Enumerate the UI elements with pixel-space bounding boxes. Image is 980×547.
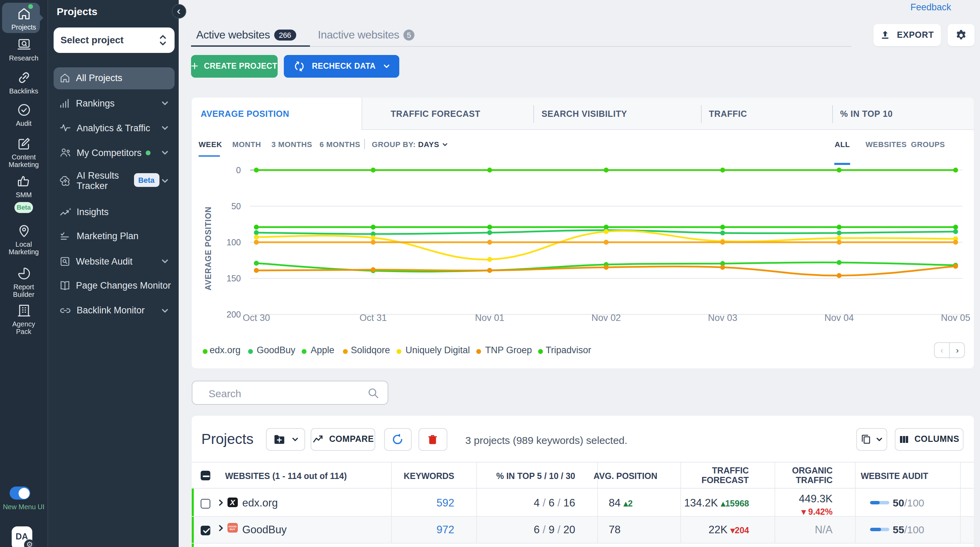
svg-text:Oct 31: Oct 31 xyxy=(359,312,387,323)
svg-text:150: 150 xyxy=(226,273,240,283)
svg-text:Nov 03: Nov 03 xyxy=(708,312,737,323)
svg-text:200: 200 xyxy=(226,309,240,319)
svg-text:GOOD: GOOD xyxy=(229,525,237,528)
svg-text:Nov 02: Nov 02 xyxy=(591,312,620,323)
svg-text:Nov 05: Nov 05 xyxy=(940,312,970,323)
svg-text:AVERAGE POSITION: AVERAGE POSITION xyxy=(204,206,212,290)
svg-text:0: 0 xyxy=(236,165,240,175)
svg-text:BUY: BUY xyxy=(229,528,235,531)
svg-text:50: 50 xyxy=(231,201,240,211)
svg-text:Nov 01: Nov 01 xyxy=(474,312,504,323)
svg-text:Nov 04: Nov 04 xyxy=(824,312,854,323)
svg-text:100: 100 xyxy=(226,237,240,247)
svg-text:Oct 30: Oct 30 xyxy=(242,312,270,323)
